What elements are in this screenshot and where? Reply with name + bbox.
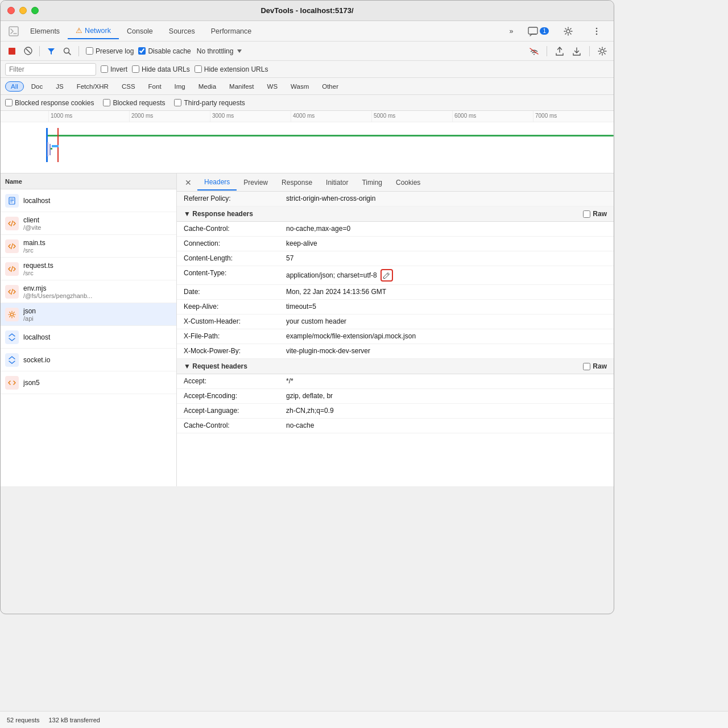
request-icon-localhost-2: [5, 330, 19, 344]
filter-toggle-button[interactable]: [44, 44, 58, 58]
clear-button[interactable]: [21, 44, 35, 58]
online-indicator-button[interactable]: [527, 44, 541, 58]
ai-assistance-button[interactable]: 1: [524, 26, 552, 36]
preserve-log-checkbox[interactable]: [86, 47, 93, 55]
code-icon: [8, 220, 16, 228]
header-row-connection: Connection: keep-alive: [177, 237, 614, 251]
filter-bar: Invert Hide data URLs Hide extension URL…: [1, 61, 614, 78]
request-item-client[interactable]: client /@vite: [1, 212, 176, 235]
tab-extras: » 1: [501, 23, 609, 39]
waterfall-green-line: [46, 135, 614, 136]
network-settings-button[interactable]: [595, 44, 609, 58]
panel-close-button[interactable]: ✕: [181, 176, 195, 189]
header-key: X-Mock-Power-By:: [184, 347, 286, 355]
pencil-icon: [383, 272, 390, 279]
type-filter-fetch-xhr[interactable]: Fetch/XHR: [71, 81, 114, 92]
type-filter-ws[interactable]: WS: [262, 81, 284, 92]
panel-tab-preview[interactable]: Preview: [237, 175, 275, 190]
raw-checkbox-input-response[interactable]: [583, 210, 590, 218]
gear-brackets-icon: [8, 311, 16, 318]
record-icon: [8, 47, 16, 55]
export-har-button[interactable]: [570, 44, 584, 58]
header-key: Connection:: [184, 239, 286, 247]
request-item-localhost-1[interactable]: localhost: [1, 189, 176, 212]
type-filter-doc[interactable]: Doc: [26, 81, 48, 92]
type-filter-media[interactable]: Media: [193, 81, 222, 92]
settings-button[interactable]: [556, 23, 581, 39]
disable-cache-label[interactable]: Disable cache: [138, 47, 191, 55]
blocked-requests-checkbox[interactable]: [103, 99, 110, 106]
hide-extension-urls-checkbox[interactable]: [195, 65, 202, 73]
type-filter-font[interactable]: Font: [143, 81, 167, 92]
throttle-group[interactable]: No throttling: [193, 46, 246, 56]
type-filter-other[interactable]: Other: [316, 81, 344, 92]
tab-elements[interactable]: Elements: [22, 24, 68, 39]
request-item-json[interactable]: json /api: [1, 303, 176, 326]
request-item-request-ts[interactable]: request.ts /src: [1, 258, 176, 280]
raw-checkbox-response[interactable]: Raw: [583, 210, 607, 218]
panel-tab-response[interactable]: Response: [275, 175, 319, 190]
toolbar-separator-1: [39, 46, 40, 56]
search-button[interactable]: [60, 44, 74, 58]
tab-network[interactable]: ⚠ Network: [68, 23, 119, 39]
panel-tab-headers[interactable]: Headers: [197, 175, 237, 191]
minimize-button[interactable]: [19, 7, 27, 14]
type-filter-manifest[interactable]: Manifest: [224, 81, 259, 92]
import-har-button[interactable]: [553, 44, 566, 58]
invert-label[interactable]: Invert: [101, 65, 127, 73]
header-value-referrer: strict-origin-when-cross-origin: [286, 195, 607, 202]
preserve-log-label[interactable]: Preserve log: [86, 47, 134, 55]
request-path: /@fs/Users/pengzhanb...: [23, 292, 172, 299]
hide-data-urls-label[interactable]: Hide data URLs: [132, 65, 190, 73]
panel-tab-cookies[interactable]: Cookies: [389, 175, 427, 190]
code-icon: [8, 242, 16, 250]
request-info-env-mjs: env.mjs /@fs/Users/pengzhanb...: [23, 284, 172, 299]
request-item-localhost-2[interactable]: localhost: [1, 326, 176, 349]
svg-point-3: [566, 30, 570, 33]
response-headers-section[interactable]: ▼ Response headers Raw: [177, 206, 614, 222]
request-item-socket-io[interactable]: socket.io: [1, 349, 176, 371]
document-icon: [8, 197, 16, 205]
type-filter-wasm[interactable]: Wasm: [285, 81, 315, 92]
type-filter-css[interactable]: CSS: [116, 81, 141, 92]
type-filter-all[interactable]: All: [5, 81, 24, 92]
type-filter-img[interactable]: Img: [169, 81, 191, 92]
filter-input[interactable]: [5, 63, 96, 76]
tab-sources[interactable]: Sources: [161, 24, 203, 39]
panel-tab-timing[interactable]: Timing: [355, 175, 389, 190]
request-item-json5[interactable]: json5: [1, 371, 176, 394]
raw-checkbox-request[interactable]: Raw: [583, 362, 607, 370]
header-row-accept-encoding: Accept-Encoding: gzip, deflate, br: [177, 389, 614, 404]
maximize-button[interactable]: [31, 7, 39, 14]
disable-cache-checkbox[interactable]: [138, 47, 146, 55]
tab-performance[interactable]: Performance: [203, 24, 260, 39]
record-button[interactable]: [5, 44, 19, 58]
tab-more-button[interactable]: »: [501, 24, 521, 39]
edit-content-type-button[interactable]: [380, 269, 393, 282]
code-icon: [8, 379, 16, 387]
hide-data-urls-checkbox[interactable]: [132, 65, 139, 73]
hide-extension-urls-label[interactable]: Hide extension URLs: [195, 65, 268, 73]
timeline-area: 1000 ms 2000 ms 3000 ms 4000 ms 5000 ms …: [1, 111, 614, 173]
blocked-cookies-label[interactable]: Blocked response cookies: [5, 99, 94, 107]
header-key: Accept:: [184, 377, 286, 385]
panel-tab-initiator[interactable]: Initiator: [319, 175, 355, 190]
request-icon-socket-io: [5, 353, 19, 367]
third-party-label[interactable]: Third-party requests: [174, 99, 245, 107]
request-headers-section[interactable]: ▼ Request headers Raw: [177, 359, 614, 374]
blocked-requests-label[interactable]: Blocked requests: [103, 99, 165, 107]
header-key: Content-Type:: [184, 269, 286, 277]
blocked-cookies-checkbox[interactable]: [5, 99, 13, 106]
raw-checkbox-input-request[interactable]: [583, 363, 590, 370]
more-options-button[interactable]: [584, 23, 609, 39]
request-item-env-mjs[interactable]: env.mjs /@fs/Users/pengzhanb...: [1, 280, 176, 303]
type-filter-js[interactable]: JS: [50, 81, 69, 92]
third-party-checkbox[interactable]: [174, 99, 181, 106]
invert-checkbox[interactable]: [101, 65, 108, 73]
request-item-main-ts[interactable]: main.ts /src: [1, 235, 176, 258]
header-key-referrer: Referrer Policy:: [184, 195, 286, 202]
close-button[interactable]: [7, 7, 15, 14]
code-icon: [8, 265, 16, 273]
header-value: vite-plugin-mock-dev-server: [286, 347, 607, 355]
tab-console[interactable]: Console: [119, 24, 161, 39]
